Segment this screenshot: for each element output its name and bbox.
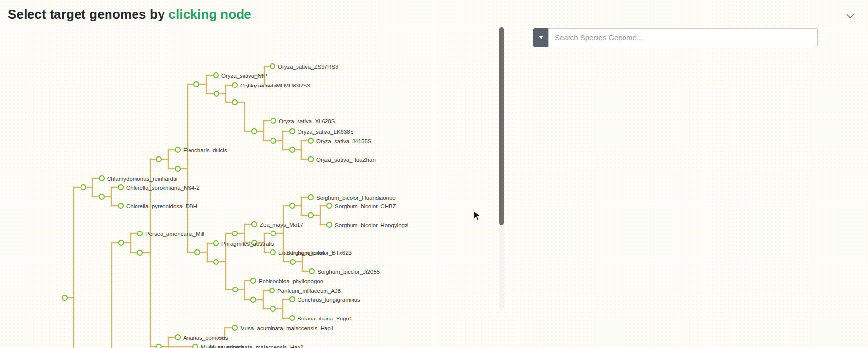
search-species-input[interactable] — [548, 28, 818, 47]
tree-leaf-node[interactable] — [214, 73, 218, 78]
tree-leaf-node[interactable] — [137, 231, 142, 236]
tree-leaf-node[interactable] — [308, 157, 313, 162]
tree-scrollbar[interactable] — [499, 26, 504, 310]
tree-leaf-node[interactable] — [309, 269, 314, 274]
tree-leaf-node[interactable] — [327, 203, 332, 208]
tree-internal-node[interactable] — [271, 231, 276, 236]
tree-internal-node[interactable] — [271, 306, 275, 311]
tree-internal-node[interactable] — [214, 260, 218, 264]
tree-leaf-node[interactable] — [232, 83, 237, 87]
species-label: Musa_acuminata_malaccensis_Hap2 — [210, 344, 303, 348]
tree-internal-node[interactable] — [156, 344, 161, 348]
species-label: Oryza_sativa_NIP — [221, 73, 267, 79]
tree-leaf-node[interactable] — [251, 278, 256, 283]
species-label: Oryza_sativa_J4155S — [316, 138, 372, 144]
species-label: Sorghum_bicolor_BTx623 — [286, 250, 352, 256]
tree-internal-node[interactable] — [81, 185, 86, 190]
species-label: Oryza_sativa_XL628S — [279, 118, 335, 124]
species-label: Phragmites_australis — [221, 241, 274, 247]
species-label: Eleocharis_dulcis — [183, 147, 227, 153]
tree-leaf-node[interactable] — [175, 147, 180, 152]
tree-internal-node[interactable] — [290, 147, 295, 152]
tree-internal-node[interactable] — [290, 260, 295, 264]
tree-internal-node[interactable] — [194, 82, 199, 87]
tree-internal-node[interactable] — [271, 138, 276, 143]
tree-internal-node[interactable] — [99, 194, 104, 199]
tree-leaf-node[interactable] — [99, 176, 104, 181]
species-label: Chlorella_sorokiniana_NS4-2 — [126, 185, 200, 191]
species-label: Sorghum_bicolor_Ji2055 — [317, 269, 380, 275]
tree-leaf-node[interactable] — [290, 297, 295, 302]
tree-internal-node[interactable] — [119, 240, 124, 245]
tree-leaf-node[interactable] — [252, 222, 257, 227]
tree-internal-node[interactable] — [214, 91, 219, 96]
collapse-chevron-icon[interactable] — [845, 13, 855, 20]
title-text: Select target genomes by — [8, 7, 168, 22]
tree-internal-node[interactable] — [232, 231, 237, 236]
tree-leaf-node[interactable] — [232, 325, 237, 330]
species-label: Cenchrus_fungigraminus — [298, 297, 360, 303]
tree-leaf-node[interactable] — [308, 195, 313, 200]
tree-leaf-node[interactable] — [290, 316, 295, 320]
species-label: Chlamydomonas_reinhardtii — [107, 176, 177, 182]
tree-internal-node[interactable] — [62, 295, 67, 300]
tree-leaf-node[interactable] — [175, 335, 180, 340]
phylo-tree-panel: Oryza_sativa_NIPOryza_sativa_ZS97RS3Oryz… — [0, 26, 496, 348]
tree-leaf-node[interactable] — [270, 288, 274, 293]
tree-internal-node[interactable] — [232, 100, 237, 105]
tree-leaf-node[interactable] — [271, 250, 275, 255]
tree-leaf-node[interactable] — [270, 64, 275, 69]
tree-internal-node[interactable] — [137, 250, 142, 255]
mouse-cursor — [473, 210, 481, 221]
search-filter-dropdown-button[interactable] — [533, 28, 548, 47]
species-label: Oryza_sativa_ZS97RS3 — [278, 64, 338, 70]
tree-internal-node[interactable] — [195, 250, 200, 255]
tree-internal-node[interactable] — [251, 297, 256, 302]
species-label: Oryza_sativa_HuaZhan — [316, 157, 376, 163]
tree-leaf-node[interactable] — [290, 129, 295, 134]
tree-leaf-node[interactable] — [327, 222, 332, 227]
tree-leaf-node[interactable] — [118, 203, 123, 208]
species-label: Chlorella_pyrenoidosa_DBH — [126, 203, 197, 209]
species-label: Setaria_italica_Yugu1 — [298, 316, 352, 321]
species-label: Sorghum_bicolor_Hongyingzi — [335, 222, 408, 228]
species-label: Sorghum_bicolor_Huandiaonuo — [316, 195, 396, 201]
tree-leaf-node[interactable] — [118, 185, 123, 190]
species-label: Oryza_sativa_MH63RS3 — [248, 83, 310, 88]
page-title: Select target genomes by clicking node — [8, 7, 251, 22]
caret-down-icon — [539, 36, 543, 39]
phylo-tree: Oryza_sativa_NIPOryza_sativa_ZS97RS3Oryz… — [0, 26, 496, 348]
species-label: Echinochloa_phyllopogon — [259, 278, 323, 284]
species-label: Ananas_comosus — [183, 335, 228, 341]
tree-leaf-node[interactable] — [271, 118, 276, 123]
species-label: Musa_acuminata_malaccensis_Hap1 — [240, 325, 334, 331]
species-label: Oryza_sativa_LK638S — [298, 129, 354, 135]
tree-leaf-node[interactable] — [308, 138, 313, 143]
species-label: Panicum_miliaceum_AJ8 — [277, 288, 341, 294]
scrollbar-thumb[interactable] — [499, 27, 504, 225]
species-label: Persea_americana_Mill — [145, 231, 204, 237]
search-bar — [533, 28, 818, 47]
species-label: Sorghum_bicolor_CHBZ — [335, 203, 396, 209]
tree-internal-node[interactable] — [290, 203, 295, 208]
title-accent: clicking node — [168, 7, 251, 22]
tree-internal-node[interactable] — [175, 166, 180, 171]
tree-internal-node[interactable] — [233, 287, 238, 292]
tree-internal-node[interactable] — [156, 157, 161, 162]
tree-leaf-node[interactable] — [214, 241, 218, 246]
app-root: Select target genomes by clicking node O… — [0, 0, 868, 348]
species-label: Zea_mays_Mo17 — [260, 222, 303, 228]
tree-internal-node[interactable] — [252, 129, 257, 134]
tree-leaf-node[interactable] — [193, 344, 198, 348]
tree-internal-node[interactable] — [308, 213, 313, 218]
